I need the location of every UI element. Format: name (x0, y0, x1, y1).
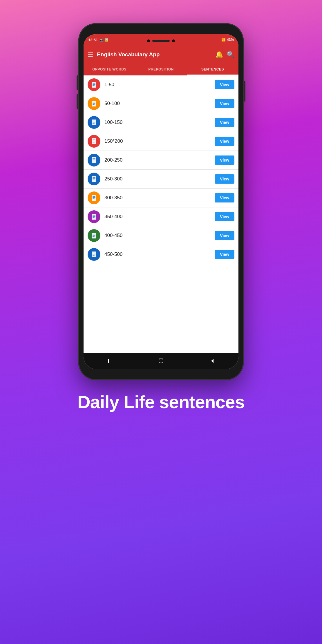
item-label-4: 200-250 (104, 157, 211, 163)
svg-rect-10 (93, 122, 95, 122)
list-item: 100-150 View (84, 113, 238, 132)
bell-icon[interactable]: 🔔 (215, 51, 223, 58)
selfie-camera (172, 39, 175, 42)
app-header: ☰ English Vocabulary App 🔔 🔍 (84, 45, 238, 64)
sentences-list: 1-50 View 50-100 View 100-150 View (84, 75, 238, 353)
item-icon-5 (88, 173, 100, 185)
status-time: 12:51 (88, 38, 98, 42)
svg-rect-13 (93, 140, 95, 140)
item-label-5: 250-300 (104, 176, 211, 182)
menu-icon[interactable]: ☰ (88, 51, 93, 58)
list-item: 300-350 View (84, 189, 238, 207)
tab-sentences[interactable]: SENTENCES (187, 64, 238, 75)
svg-rect-26 (93, 197, 95, 198)
home-nav-icon[interactable] (155, 355, 167, 367)
view-button-9[interactable]: View (215, 250, 234, 259)
svg-rect-37 (93, 253, 95, 253)
item-label-7: 350-400 (104, 214, 211, 220)
tab-preposition[interactable]: PREPOSITION (135, 64, 187, 75)
bottom-navigation (84, 353, 238, 369)
item-icon-3 (88, 135, 100, 148)
svg-rect-23 (93, 180, 95, 180)
item-icon-0 (88, 78, 100, 91)
view-button-7[interactable]: View (215, 212, 234, 221)
view-button-1[interactable]: View (215, 99, 234, 108)
svg-rect-18 (93, 160, 95, 160)
svg-rect-27 (93, 198, 95, 199)
status-right: 📶 43% (221, 38, 234, 42)
svg-rect-11 (93, 123, 95, 124)
item-label-6: 300-350 (104, 195, 211, 201)
list-item: 400-450 View (84, 226, 238, 245)
svg-rect-40 (107, 359, 107, 363)
item-icon-2 (88, 116, 100, 129)
item-label-1: 50-100 (104, 101, 211, 106)
svg-rect-35 (93, 236, 95, 237)
item-icon-7 (88, 210, 100, 223)
view-button-6[interactable]: View (215, 193, 234, 202)
status-left: 12:51 📷 🖼️ (88, 38, 108, 42)
svg-rect-15 (93, 142, 95, 142)
list-item: 50-100 View (84, 94, 238, 113)
item-icon-4 (88, 154, 100, 167)
svg-rect-5 (93, 102, 95, 102)
svg-marker-44 (211, 359, 214, 363)
svg-rect-9 (93, 121, 95, 121)
svg-rect-7 (93, 104, 95, 105)
speaker-bar (152, 40, 170, 42)
camera-area (147, 39, 175, 42)
list-item: 200-250 View (84, 151, 238, 170)
list-item: 1-50 View (84, 75, 238, 94)
list-item: 450-500 View (84, 245, 238, 264)
bottom-text-section: Daily Life sentences (77, 392, 245, 412)
bottom-tagline: Daily Life sentences (77, 392, 245, 412)
svg-rect-34 (93, 235, 95, 236)
phone-screen: 12:51 📷 🖼️ 📶 43% ☰ English Vocabulary Ap… (84, 34, 238, 369)
tab-opposite-words[interactable]: OPPOSITE WORDS (84, 64, 135, 75)
svg-rect-38 (93, 254, 95, 254)
svg-rect-39 (93, 255, 95, 256)
item-label-2: 100-150 (104, 120, 211, 125)
power-button (244, 81, 245, 102)
status-icons: 📷 🖼️ (100, 38, 108, 42)
svg-rect-21 (93, 177, 95, 178)
item-icon-9 (88, 248, 100, 261)
svg-rect-19 (93, 161, 95, 161)
search-icon[interactable]: 🔍 (227, 51, 234, 58)
svg-rect-3 (93, 85, 95, 86)
view-button-8[interactable]: View (215, 231, 234, 240)
tab-bar: OPPOSITE WORDS PREPOSITION SENTENCES (84, 64, 238, 75)
svg-rect-29 (93, 215, 95, 216)
list-item: 350-400 View (84, 207, 238, 226)
volume-up-button (77, 75, 78, 90)
svg-rect-31 (93, 217, 95, 218)
svg-rect-2 (93, 84, 95, 85)
item-label-3: 150*200 (104, 138, 211, 144)
battery-text: 43% (227, 38, 234, 42)
item-icon-8 (88, 229, 100, 242)
network-icon: 📶 (221, 38, 226, 42)
recents-nav-icon[interactable] (104, 355, 115, 367)
svg-rect-33 (93, 234, 95, 234)
view-button-3[interactable]: View (215, 137, 234, 146)
svg-rect-43 (159, 359, 163, 363)
svg-rect-41 (108, 359, 109, 363)
view-button-2[interactable]: View (215, 118, 234, 127)
volume-down-button (77, 94, 78, 109)
phone-frame: 12:51 📷 🖼️ 📶 43% ☰ English Vocabulary Ap… (78, 23, 244, 380)
phone-body: 12:51 📷 🖼️ 📶 43% ☰ English Vocabulary Ap… (78, 23, 244, 380)
view-button-4[interactable]: View (215, 155, 234, 165)
item-icon-1 (88, 97, 100, 110)
view-button-0[interactable]: View (215, 80, 234, 89)
back-nav-icon[interactable] (207, 355, 218, 367)
list-item: 150*200 View (84, 132, 238, 151)
svg-rect-30 (93, 216, 95, 217)
svg-rect-14 (93, 141, 95, 141)
svg-rect-22 (93, 178, 95, 179)
view-button-5[interactable]: View (215, 174, 234, 184)
svg-rect-17 (93, 158, 95, 159)
item-label-9: 450-500 (104, 252, 211, 257)
item-label-0: 1-50 (104, 82, 211, 88)
app-title: English Vocabulary App (97, 51, 212, 58)
list-item: 250-300 View (84, 170, 238, 189)
